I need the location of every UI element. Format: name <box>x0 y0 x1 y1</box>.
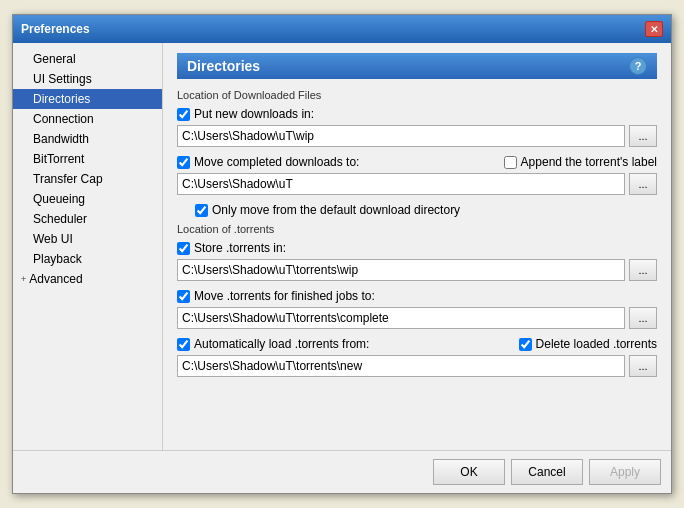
move-completed-path-row: ... <box>177 173 657 195</box>
only-move-label: Only move from the default download dire… <box>195 203 460 217</box>
sidebar-item-general[interactable]: General <box>13 49 162 69</box>
move-finished-browse-btn[interactable]: ... <box>629 307 657 329</box>
append-label: Append the torrent's label <box>504 155 657 169</box>
section-title: Directories <box>187 58 260 74</box>
store-torrents-label: Store .torrents in: <box>177 241 286 255</box>
preferences-window: Preferences ✕ General UI Settings Direct… <box>12 14 672 494</box>
title-bar: Preferences ✕ <box>13 15 671 43</box>
sidebar-label: Bandwidth <box>33 132 89 146</box>
sidebar-item-queueing[interactable]: Queueing <box>13 189 162 209</box>
window-body: General UI Settings Directories Connecti… <box>13 43 671 450</box>
sidebar-item-advanced[interactable]: + Advanced <box>13 269 162 289</box>
put-new-downloads-label: Put new downloads in: <box>177 107 314 121</box>
store-torrents-input[interactable] <box>177 259 625 281</box>
torrents-group-label: Location of .torrents <box>177 223 657 235</box>
move-completed-input[interactable] <box>177 173 625 195</box>
sidebar-label: Web UI <box>33 232 73 246</box>
bottom-bar: OK Cancel Apply <box>13 450 671 493</box>
only-move-checkbox[interactable] <box>195 204 208 217</box>
sidebar-label: Advanced <box>29 272 82 286</box>
apply-button[interactable]: Apply <box>589 459 661 485</box>
move-completed-label: Move completed downloads to: <box>177 155 359 169</box>
put-new-downloads-checkbox[interactable] <box>177 108 190 121</box>
sidebar-item-ui-settings[interactable]: UI Settings <box>13 69 162 89</box>
sidebar-item-connection[interactable]: Connection <box>13 109 162 129</box>
auto-load-row: Automatically load .torrents from: Delet… <box>177 337 657 351</box>
sidebar-label: General <box>33 52 76 66</box>
move-finished-checkbox[interactable] <box>177 290 190 303</box>
put-new-downloads-row: Put new downloads in: <box>177 107 657 121</box>
main-content: Directories ? Location of Downloaded Fil… <box>163 43 671 450</box>
cancel-button[interactable]: Cancel <box>511 459 583 485</box>
sidebar-label: Connection <box>33 112 94 126</box>
section-header: Directories ? <box>177 53 657 79</box>
sidebar: General UI Settings Directories Connecti… <box>13 43 163 450</box>
delete-loaded-label: Delete loaded .torrents <box>519 337 657 351</box>
delete-loaded-checkbox[interactable] <box>519 338 532 351</box>
move-finished-input[interactable] <box>177 307 625 329</box>
store-torrents-browse-btn[interactable]: ... <box>629 259 657 281</box>
sidebar-label: Queueing <box>33 192 85 206</box>
sidebar-label: BitTorrent <box>33 152 84 166</box>
auto-load-input[interactable] <box>177 355 625 377</box>
sidebar-item-scheduler[interactable]: Scheduler <box>13 209 162 229</box>
sidebar-item-directories[interactable]: Directories <box>13 89 162 109</box>
move-completed-browse-btn[interactable]: ... <box>629 173 657 195</box>
sidebar-label: UI Settings <box>33 72 92 86</box>
move-finished-path-row: ... <box>177 307 657 329</box>
move-finished-label: Move .torrents for finished jobs to: <box>177 289 375 303</box>
sidebar-label: Playback <box>33 252 82 266</box>
sidebar-item-transfer-cap[interactable]: Transfer Cap <box>13 169 162 189</box>
put-new-downloads-browse-btn[interactable]: ... <box>629 125 657 147</box>
put-new-downloads-input[interactable] <box>177 125 625 147</box>
sidebar-label: Scheduler <box>33 212 87 226</box>
sidebar-label: Transfer Cap <box>33 172 103 186</box>
window-title: Preferences <box>21 22 90 36</box>
only-move-row: Only move from the default download dire… <box>195 203 657 217</box>
auto-load-checkbox[interactable] <box>177 338 190 351</box>
help-button[interactable]: ? <box>629 57 647 75</box>
store-torrents-path-row: ... <box>177 259 657 281</box>
sidebar-item-bittorrent[interactable]: BitTorrent <box>13 149 162 169</box>
store-torrents-row: Store .torrents in: <box>177 241 657 255</box>
ok-button[interactable]: OK <box>433 459 505 485</box>
move-completed-row: Move completed downloads to: Append the … <box>177 155 657 169</box>
close-button[interactable]: ✕ <box>645 21 663 37</box>
move-completed-checkbox[interactable] <box>177 156 190 169</box>
move-finished-row: Move .torrents for finished jobs to: <box>177 289 657 303</box>
auto-load-browse-btn[interactable]: ... <box>629 355 657 377</box>
sidebar-item-playback[interactable]: Playback <box>13 249 162 269</box>
sidebar-label: Directories <box>33 92 90 106</box>
downloads-group-label: Location of Downloaded Files <box>177 89 657 101</box>
auto-load-path-row: ... <box>177 355 657 377</box>
sidebar-item-web-ui[interactable]: Web UI <box>13 229 162 249</box>
auto-load-label: Automatically load .torrents from: <box>177 337 369 351</box>
append-checkbox[interactable] <box>504 156 517 169</box>
put-new-downloads-path-row: ... <box>177 125 657 147</box>
expand-icon: + <box>21 274 26 284</box>
store-torrents-checkbox[interactable] <box>177 242 190 255</box>
sidebar-item-bandwidth[interactable]: Bandwidth <box>13 129 162 149</box>
